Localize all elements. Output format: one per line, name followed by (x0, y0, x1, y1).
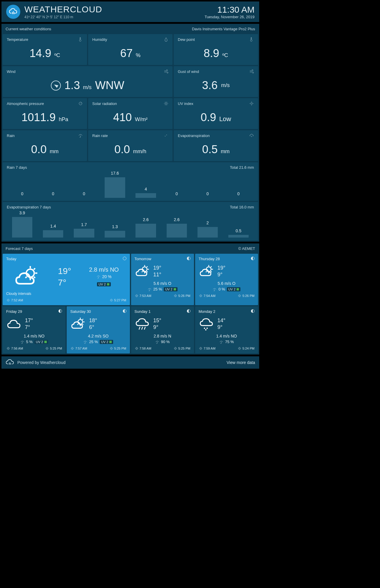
view-more-link[interactable]: View more data (227, 360, 255, 365)
forecast-card[interactable]: Friday 2917°7°1.4 m/s NO5 % UV 2 7:56 AM… (3, 306, 66, 353)
evapo-label: Evapotranspiration (178, 133, 210, 138)
tile-uv[interactable]: UV index 0.9 Low (174, 98, 258, 129)
forecast-temp-hi: 19° (217, 265, 225, 271)
gust-unit: m/s (221, 82, 230, 88)
forecast-day-name: Tomorrow (135, 257, 151, 261)
svg-point-17 (7, 348, 9, 349)
svg-point-23 (175, 348, 176, 349)
tile-rain[interactable]: Rain 0.0 mm (3, 130, 87, 161)
forecast-card[interactable]: Thursday 2819°9°5.6 m/s O0 % UV 2 7:54 A… (195, 254, 258, 305)
pressure-unit: hPa (59, 116, 68, 122)
bar (135, 193, 156, 198)
forecast-card[interactable]: Monday 214°9°1.4 m/s NO75 %7:59 AM5:24 P… (195, 306, 258, 353)
svg-point-6 (165, 136, 165, 136)
forecast-day-name: Thursday 28 (199, 257, 220, 261)
thermometer-icon (78, 37, 83, 42)
bar-column: 0 (192, 173, 223, 198)
solar-value: 410 (113, 111, 132, 123)
chart-rain-title: Rain 7 days (7, 165, 27, 170)
tile-dewpoint[interactable]: Dew point 8.9 ºC (174, 34, 258, 65)
clock-date: Tuesday, November 26, 2019 (205, 15, 255, 19)
bar (12, 217, 32, 238)
temperature-label: Temperature (7, 37, 28, 42)
forecast-day-name: Sunday 1 (135, 309, 151, 314)
tile-gust[interactable]: Gust of wind 3.6 m/s (174, 66, 258, 97)
svg-point-4 (165, 103, 167, 104)
svg-rect-31 (11, 363, 11, 365)
uv-label: UV index (178, 101, 193, 106)
bar (105, 177, 125, 198)
wind-icon (249, 69, 254, 74)
bar-value-label: 0 (52, 191, 54, 196)
forecast-wind: 5.6 m/s O (135, 281, 190, 286)
tile-solar[interactable]: Solar radiation 410 W/m² (88, 98, 173, 129)
rainrate-unit: mm/h (133, 148, 146, 154)
temperature-unit: ºC (54, 52, 60, 58)
forecast-temp-lo: 9° (217, 324, 225, 331)
sunrise-time: 7:56 AM (11, 347, 23, 350)
uv-badge: UV 2 (100, 340, 113, 344)
tile-temperature[interactable]: Temperature 14.9 ºC (3, 34, 87, 65)
forecast-rain: 90 % (161, 340, 170, 344)
forecast-card[interactable]: Sunday 115°9°2.8 m/s N90 %7:58 AM5:25 PM (131, 306, 194, 353)
moon-phase-icon (187, 257, 190, 260)
humidity-label: Humidity (92, 37, 107, 42)
chart-rain-total: Total 21.6 mm (230, 165, 254, 170)
forecast-wind: 2.8 m/s NO (89, 266, 119, 273)
header: WEATHERCLOUD 41º 22' 40'' N 2º 5' 12'' E… (1, 1, 260, 22)
uv-badge: UV 2 (97, 282, 111, 286)
forecast-temp-lo: 7° (25, 324, 33, 331)
bar-column: 4 (130, 173, 161, 198)
tile-wind[interactable]: Wind 1.3 m/s WNW (3, 66, 173, 97)
chart-rain-7days[interactable]: Rain 7 daysTotal 21.6 mm 00017.64000 (3, 162, 258, 201)
forecast-card[interactable]: Today19°7°2.8 m/s NO20 %UV 2 Cloudy inte… (3, 254, 130, 305)
brand-title: WEATHERCLOUD (24, 4, 205, 14)
sunset-time: 5:25 PM (50, 347, 62, 350)
forecast-source: © AEMET (238, 246, 255, 251)
forecast-card[interactable]: Tomorrow19°11°5.6 m/s O25 % UV 2 7:53 AM… (131, 254, 194, 305)
rainrate-value: 0.0 (114, 143, 130, 156)
solar-unit: W/m² (135, 116, 148, 122)
bar-value-label: 0 (206, 191, 209, 196)
forecast-card[interactable]: Saturday 3018°6°4.2 m/s SO25 % UV 2 7:57… (67, 306, 130, 353)
dewpoint-unit: ºC (222, 52, 228, 58)
wind-value: 1.3 (64, 79, 80, 91)
chart-evapo-7days[interactable]: Evapotranspiration 7 daysTotal 16.0 mm 3… (3, 202, 258, 240)
forecast-rain: 75 % (225, 340, 234, 344)
sunrise-time: 7:58 AM (140, 347, 151, 350)
sunrise-time: 7:59 AM (204, 347, 215, 350)
logo-icon (6, 359, 14, 366)
forecast-day-name: Friday 29 (6, 309, 22, 314)
bar (43, 230, 63, 238)
sunset-time: 5:25 PM (114, 347, 126, 350)
sunrise-time: 7:57 AM (75, 347, 87, 350)
uv-badge: UV 2 (164, 287, 177, 291)
tile-evapo[interactable]: Evapotranspiration 0.5 mm (174, 130, 258, 161)
bar-column: 0 (68, 173, 99, 198)
footer-powered: Powered by Weathercloud (17, 360, 66, 365)
svg-point-25 (206, 328, 208, 329)
svg-point-9 (7, 299, 9, 301)
forecast-rain: 0 % (218, 287, 225, 291)
bar-column: 2 (192, 212, 223, 238)
humidity-unit: % (136, 52, 140, 58)
forecast-day-name: Today (6, 257, 16, 261)
tile-pressure[interactable]: Atmospheric pressure 1011.9 hPa (3, 98, 87, 129)
drizzle-weather-icon (199, 316, 215, 332)
bar-value-label: 1.3 (112, 224, 118, 229)
svg-point-10 (111, 299, 112, 301)
conditions-title: Current weather conditions (6, 27, 51, 31)
forecast-rain: 5 % (26, 340, 33, 344)
moon-phase-icon (251, 309, 255, 313)
rain-label: Rain (7, 133, 15, 138)
logo-icon (6, 5, 20, 19)
moon-phase-icon (58, 309, 62, 313)
tile-humidity[interactable]: Humidity 67 % (88, 34, 173, 65)
uv-badge: UV 2 (227, 287, 240, 291)
chart-evapo-total: Total 16.0 mm (230, 205, 254, 209)
tile-rainrate[interactable]: Rain rate 0.0 mm/h (88, 130, 173, 161)
partly-weather-icon (14, 263, 40, 290)
forecast-temp-hi: 15° (153, 317, 161, 324)
forecast-rain: 20 % (102, 274, 112, 279)
gauge-icon (78, 101, 83, 106)
